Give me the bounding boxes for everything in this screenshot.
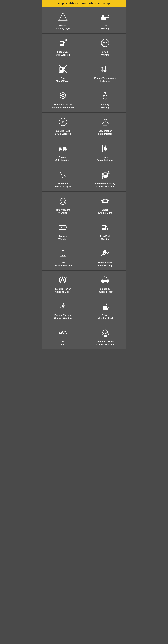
cell-tire-pressure-warning: ! Tire PressureWarning xyxy=(42,192,84,218)
svg-point-42 xyxy=(62,96,64,97)
svg-point-131 xyxy=(107,282,108,283)
header: Jeep Dashboard Symbols & Warnings xyxy=(42,0,126,7)
svg-rect-83 xyxy=(107,173,108,175)
svg-point-62 xyxy=(59,150,60,151)
svg-rect-85 xyxy=(107,176,108,177)
low-washer-fluid-indicator-label: Low WasherFluid Inicator xyxy=(98,130,112,135)
brake-warning-label: BrakeWarning xyxy=(101,50,110,56)
tow-haul-indicator-lights-label: Tow/HaulIndicator Lights xyxy=(54,182,71,188)
cell-4wd-alert: 4WD 4WDAlert xyxy=(42,323,84,350)
svg-rect-108 xyxy=(107,225,107,227)
cell-electronic-stability-control-indicator: ! Electronic StabilityControl Indicator xyxy=(84,165,126,192)
air-bag-warning-label: Air BagWarning xyxy=(101,103,110,109)
lane-sense-icon xyxy=(101,143,110,154)
svg-point-69 xyxy=(63,150,64,151)
svg-point-143 xyxy=(103,309,107,310)
oil-can-icon xyxy=(101,11,110,22)
cell-brake-warning: BRAKE ! BrakeWarning xyxy=(84,34,126,60)
svg-line-52 xyxy=(104,119,105,120)
adaptive-cruise-icon xyxy=(101,327,110,338)
svg-rect-82 xyxy=(102,173,104,175)
cell-electric-throttle-control-warning: Electric ThrottleControl Warning xyxy=(42,297,84,323)
svg-rect-100 xyxy=(59,226,66,230)
fuel-shutoff-icon xyxy=(58,64,67,74)
svg-rect-109 xyxy=(106,227,107,228)
cell-electric-park-brake-warning: P Electric ParkBrake Warning xyxy=(42,112,84,139)
svg-line-54 xyxy=(106,119,107,120)
gas-cap-icon xyxy=(58,38,67,48)
svg-text:!: ! xyxy=(62,16,63,20)
svg-rect-34 xyxy=(62,98,63,99)
svg-text:4WD: 4WD xyxy=(59,330,67,335)
svg-rect-6 xyxy=(104,14,104,16)
svg-rect-95 xyxy=(103,198,104,200)
driver-attention-icon xyxy=(101,301,110,312)
svg-line-66 xyxy=(62,150,62,150)
svg-rect-81 xyxy=(104,173,107,175)
tire-pressure-warning-label: Tire PressureWarning xyxy=(56,208,70,214)
transmission-oil-icon xyxy=(58,90,67,101)
cell-low-fuel-warning: Low FuelWarning xyxy=(84,218,126,244)
throttle-control-icon xyxy=(58,301,67,312)
cell-air-bag-warning: Air BagWarning xyxy=(84,86,126,112)
svg-rect-101 xyxy=(66,226,67,228)
svg-point-55 xyxy=(104,120,105,120)
4wd-alert-label: 4WDAlert xyxy=(60,340,65,346)
driver-attention-alert-label: DriverAttention Alert xyxy=(97,314,113,320)
low-coolant-indicator-label: LowCoolant Indicator xyxy=(54,261,72,267)
cell-forward-collision-alert: ForwardCollision Alert xyxy=(42,139,84,165)
svg-text:!: ! xyxy=(62,199,63,202)
svg-text:!: ! xyxy=(109,172,110,174)
svg-line-92 xyxy=(60,199,60,200)
cell-battery-warning: + - BatteryWarning xyxy=(42,218,84,244)
oil-warning-label: OilWarning xyxy=(101,24,110,30)
svg-line-150 xyxy=(105,331,107,334)
cell-electric-power-steering-error: ! Electric PowerSteering Error xyxy=(42,270,84,297)
immobilizer-icon xyxy=(101,275,110,285)
cell-fuel-shutoff-alert: FuelShut-Off Alert xyxy=(42,60,84,86)
svg-text:!: ! xyxy=(66,277,67,280)
svg-rect-106 xyxy=(102,226,105,228)
svg-rect-29 xyxy=(105,68,105,71)
cell-adaptive-cruise-control-indicator: Adaptive CruiseControl Indicator xyxy=(84,323,126,350)
park-brake-icon: P xyxy=(58,117,67,127)
svg-point-130 xyxy=(102,282,104,283)
cell-lane-sense-indicator: LaneSense Indicator xyxy=(84,139,126,165)
svg-rect-98 xyxy=(108,200,109,201)
cell-oil-warning: OilWarning xyxy=(84,7,126,34)
svg-line-51 xyxy=(102,120,106,124)
svg-rect-77 xyxy=(104,147,106,148)
low-coolant-icon xyxy=(58,248,67,259)
svg-rect-119 xyxy=(104,250,106,251)
svg-rect-75 xyxy=(105,150,106,152)
triangle-exclamation-icon: ! xyxy=(58,11,67,22)
svg-point-56 xyxy=(105,120,106,120)
cell-transmission-oil-temperature-indicator: Transmission OilTemperature Indicator xyxy=(42,86,84,112)
cell-driver-attention-alert: DriverAttention Alert xyxy=(84,297,126,323)
master-warning-light-label: MasterWarning Light xyxy=(55,24,70,30)
svg-rect-33 xyxy=(62,92,63,93)
battery-icon: + - xyxy=(58,222,67,232)
fuel-shutoff-alert-label: FuelShut-Off Alert xyxy=(56,77,70,83)
svg-line-53 xyxy=(105,118,106,120)
svg-point-86 xyxy=(108,171,109,172)
transmission-fault-icon xyxy=(101,248,110,259)
tire-pressure-icon: ! xyxy=(58,196,67,206)
cell-transmission-fault-warning: TransmissionFault Warning xyxy=(84,244,126,270)
svg-text:P: P xyxy=(62,120,64,124)
svg-line-125 xyxy=(60,281,61,282)
svg-line-126 xyxy=(63,281,65,282)
electric-throttle-control-warning-label: Electric ThrottleControl Warning xyxy=(54,314,72,320)
low-fuel-icon xyxy=(101,222,110,232)
svg-point-57 xyxy=(106,120,107,120)
immobilizer-fault-indicator-label: ImmobilizerFault Indicator xyxy=(97,288,113,293)
engine-temp-icon xyxy=(101,64,110,74)
stability-control-icon: ! xyxy=(101,169,110,180)
svg-marker-111 xyxy=(107,228,108,229)
svg-rect-10 xyxy=(60,42,63,44)
svg-line-64 xyxy=(62,148,62,149)
svg-rect-12 xyxy=(64,41,65,43)
brake-icon: BRAKE ! xyxy=(101,38,110,48)
lane-sense-indicator-label: LaneSense Indicator xyxy=(97,156,114,162)
svg-point-121 xyxy=(105,253,106,254)
